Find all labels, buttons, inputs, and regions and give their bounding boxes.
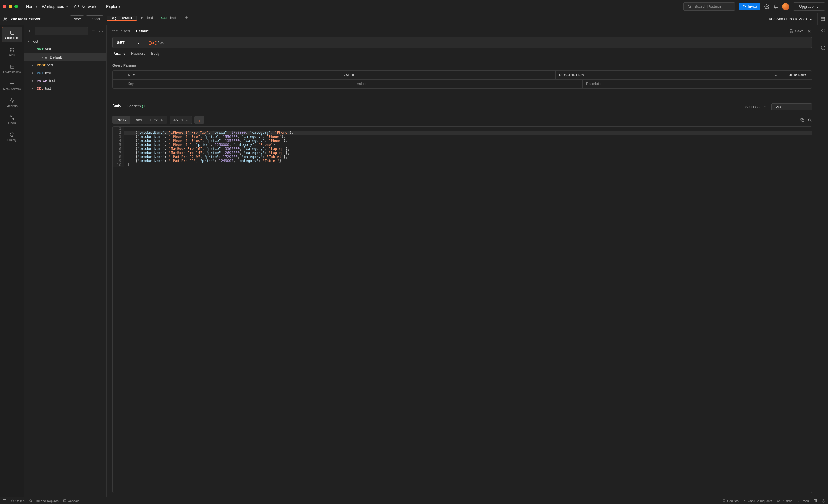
console-toggle[interactable]: Console: [63, 499, 79, 503]
new-button[interactable]: New: [70, 15, 84, 23]
rail-environments[interactable]: Environments: [2, 61, 23, 76]
tree-item-example-default[interactable]: e.g Default: [24, 53, 107, 61]
rail-monitors[interactable]: Monitors: [2, 95, 23, 111]
bulk-edit-button[interactable]: Bulk Edit: [783, 71, 812, 79]
sidebar-add-button[interactable]: [27, 28, 33, 34]
close-window[interactable]: [3, 5, 6, 8]
find-replace[interactable]: Find and Replace: [29, 499, 58, 503]
wrap-lines-button[interactable]: [194, 116, 204, 124]
chevron-down-icon: ⌄: [810, 17, 813, 21]
code-line[interactable]: 7 {"productName": "MacBook Pro 14", "pri…: [113, 151, 812, 155]
rail-mock-servers[interactable]: Mock Servers: [2, 78, 23, 93]
breadcrumb-part[interactable]: test: [113, 29, 119, 33]
environment-select[interactable]: Vue Starter Book Mock ⌄: [764, 13, 817, 25]
invite-button[interactable]: Invite: [739, 3, 760, 10]
code-line[interactable]: 1[: [113, 127, 812, 131]
tab-params[interactable]: Params: [113, 51, 125, 59]
code-line[interactable]: 10]: [113, 163, 812, 167]
save-button[interactable]: Save: [789, 29, 804, 33]
sidebar-more[interactable]: ⋯: [98, 28, 104, 35]
notifications-icon[interactable]: [774, 4, 778, 9]
key-input[interactable]: Key: [124, 80, 354, 88]
url-input[interactable]: {{url}}/test: [144, 37, 812, 48]
description-input[interactable]: Description: [583, 80, 812, 88]
delete-icon[interactable]: [808, 29, 812, 33]
breadcrumb-part[interactable]: test: [124, 29, 130, 33]
format-select[interactable]: JSON ⌄: [169, 116, 192, 124]
tab-body[interactable]: Body: [151, 51, 160, 59]
col-more[interactable]: ⋯: [771, 71, 783, 79]
rail-label: Monitors: [6, 104, 17, 108]
line-number: 2: [113, 131, 124, 135]
svg-rect-11: [821, 17, 825, 21]
status-online[interactable]: Online: [11, 499, 25, 503]
rail-label: History: [7, 138, 16, 141]
runner-link[interactable]: Runner: [777, 499, 792, 503]
tab-test-folder[interactable]: test: [137, 15, 157, 20]
documentation-icon[interactable]: [821, 28, 825, 33]
response-body-editor[interactable]: 1[2 {"productName": "iPhone 14 Pro Max",…: [113, 126, 812, 493]
tree-item-del-test[interactable]: ▸ DEL test: [24, 84, 107, 92]
code-line[interactable]: 8 {"productName": "iPad Pro 12.9", "pric…: [113, 155, 812, 159]
view-preview[interactable]: Preview: [146, 116, 167, 124]
info-icon[interactable]: [821, 46, 825, 50]
sidebar-filter-icon[interactable]: [90, 28, 96, 34]
code-line[interactable]: 2 {"productName": "iPhone 14 Pro Max", "…: [113, 131, 812, 135]
maximize-window[interactable]: [14, 5, 18, 8]
tab-headers[interactable]: Headers: [131, 51, 145, 59]
statusbar: Online Find and Replace Console Cookies …: [0, 497, 828, 504]
nav-explore[interactable]: Explore: [106, 4, 120, 9]
tree-item-get-test[interactable]: ▾ GET test: [24, 45, 107, 53]
two-pane-icon[interactable]: [814, 499, 817, 503]
url-variable: {{url}}: [149, 40, 158, 45]
copy-icon[interactable]: [800, 118, 804, 122]
rail-history[interactable]: History: [2, 129, 23, 144]
cookies-link[interactable]: Cookies: [722, 499, 739, 503]
tab-get-test[interactable]: GET test: [157, 15, 180, 20]
view-pretty[interactable]: Pretty: [113, 116, 130, 124]
tab-default[interactable]: e.g Default: [107, 15, 137, 21]
code-line[interactable]: 6 {"productName": "MacBook Pro 16", "pri…: [113, 147, 812, 151]
rail-collections[interactable]: Collections: [2, 27, 23, 42]
new-tab-button[interactable]: [180, 15, 193, 19]
code-line[interactable]: 3 {"productName": "iPhone 14 Pro", "pric…: [113, 135, 812, 139]
user-avatar[interactable]: [782, 3, 789, 10]
layout-toggle[interactable]: [3, 499, 6, 503]
tree-collection-test[interactable]: ▾ test: [24, 38, 107, 45]
nav-api-network[interactable]: API Network: [74, 4, 101, 9]
tabs-more[interactable]: ⋯: [193, 15, 199, 22]
rail-flows[interactable]: Flows: [2, 112, 23, 127]
method-select[interactable]: GET ⌄: [113, 37, 144, 48]
tree-item-put-test[interactable]: ▸ PUT test: [24, 69, 107, 77]
row-select[interactable]: [113, 80, 124, 88]
view-raw[interactable]: Raw: [130, 116, 146, 124]
tree-item-post-test[interactable]: ▸ POST test: [24, 61, 107, 69]
response-tab-body[interactable]: Body: [113, 103, 121, 110]
code-line[interactable]: 5 {"productName": "iPhone 14", "price": …: [113, 143, 812, 147]
trash-link[interactable]: Trash: [796, 499, 809, 503]
global-search[interactable]: Search Postman: [683, 2, 735, 11]
nav-home[interactable]: Home: [26, 4, 37, 9]
nav-workspaces[interactable]: Workspaces: [42, 4, 69, 9]
search-response-icon[interactable]: [808, 118, 812, 122]
response-tab-headers[interactable]: Headers (1): [127, 104, 147, 110]
rail-apis[interactable]: APIs: [2, 44, 23, 59]
nav-api-network-label: API Network: [74, 4, 96, 9]
tree-item-patch-test[interactable]: ▸ PATCH test: [24, 77, 107, 84]
help-icon[interactable]: [822, 499, 825, 503]
invite-label: Invite: [748, 4, 757, 9]
tab-label: test: [170, 15, 176, 20]
search-placeholder: Search Postman: [695, 4, 722, 9]
workspace-name[interactable]: Vue Mock Server: [10, 17, 40, 21]
code-line[interactable]: 4 {"productName": "iPhone 14 Plus", "pri…: [113, 139, 812, 143]
upgrade-button[interactable]: Upgrade ⌄: [793, 2, 825, 11]
capture-requests[interactable]: Capture requests: [743, 499, 772, 503]
settings-icon[interactable]: [764, 4, 770, 9]
import-button[interactable]: Import: [86, 15, 103, 23]
minimize-window[interactable]: [9, 5, 12, 8]
value-input[interactable]: Value: [354, 80, 583, 88]
code-line[interactable]: 9 {"productName": "iPad Pro 11", "price"…: [113, 159, 812, 163]
sidebar-filter-input[interactable]: [35, 27, 88, 35]
environment-quicklook[interactable]: [817, 13, 828, 25]
status-code-input[interactable]: [772, 103, 812, 111]
